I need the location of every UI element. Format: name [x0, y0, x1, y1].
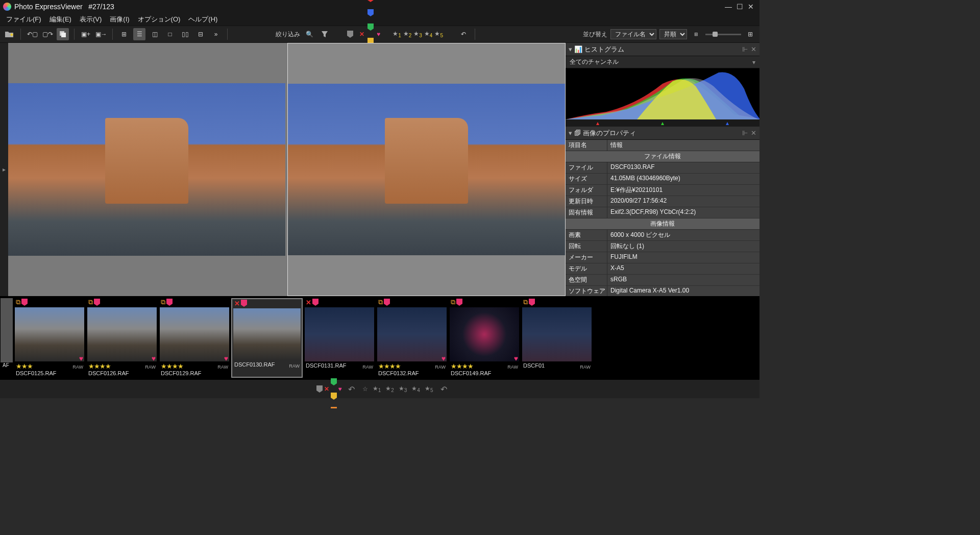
- view-single-button[interactable]: □: [164, 28, 176, 40]
- clear-tag-icon[interactable]: [344, 28, 356, 40]
- color-tag-2[interactable]: [368, 23, 374, 31]
- thumb-size-small-icon[interactable]: ⊞: [690, 28, 702, 40]
- raw-badge: RAW: [217, 364, 228, 370]
- minimize-button[interactable]: —: [723, 1, 734, 12]
- copy-button[interactable]: [57, 28, 69, 40]
- close-button[interactable]: ✕: [745, 1, 756, 12]
- thumbnail-item[interactable]: ⧉♥★★★★RAWDSCF0149.RAF: [449, 298, 520, 378]
- prop-row-update: 更新日時2020/09/27 17:56:42: [566, 196, 760, 207]
- preview-pane-left[interactable]: [8, 43, 285, 296]
- panel-close-icon[interactable]: ✕: [751, 45, 756, 53]
- heart-filter-icon[interactable]: ♥: [377, 31, 380, 38]
- remove-tag-icon[interactable]: ✕: [359, 31, 364, 38]
- star-rate-5[interactable]: ★5: [425, 385, 433, 393]
- funnel-filter-button[interactable]: [318, 28, 331, 40]
- view-grid-button[interactable]: ⊞: [118, 28, 130, 40]
- undo-button[interactable]: ↶: [457, 28, 470, 40]
- star-rate-0[interactable]: ☆: [362, 385, 368, 393]
- color-tag-0[interactable]: [368, 0, 374, 2]
- panel-close-icon[interactable]: ✕: [751, 129, 756, 137]
- thumbnail-strip[interactable]: AF ⧉♥★★★RAWDSCF0125.RAF⧉♥★★★★RAWDSCF0126…: [0, 296, 760, 380]
- chevron-down-icon: ▾: [752, 59, 755, 66]
- prop-row-maker: メーカーFUJIFILM: [566, 252, 760, 263]
- thumbnail-item[interactable]: ⧉♥★★★★RAWDSCF0132.RAF: [376, 298, 448, 378]
- heart-icon[interactable]: ♥: [338, 385, 342, 393]
- sort-label: 並び替え: [583, 30, 607, 39]
- thumbnail-item[interactable]: ⧉♥★★★★RAWDSCF0126.RAF: [86, 298, 158, 378]
- view-list-button[interactable]: ☰: [133, 28, 145, 40]
- histogram-markers: ▴▴▴: [566, 119, 760, 127]
- thumbnail-partial[interactable]: AF: [1, 298, 13, 378]
- menu-edit[interactable]: 編集(E): [45, 14, 76, 25]
- star-rate-3[interactable]: ★3: [399, 385, 407, 393]
- remove-tag-icon[interactable]: ✕: [324, 385, 329, 393]
- clear-tag-icon[interactable]: [316, 385, 323, 393]
- star-filter-1[interactable]: ★1: [393, 30, 401, 37]
- menu-view[interactable]: 表示(V): [76, 14, 106, 25]
- thumbnail-item[interactable]: ✕RAWDSCF0131.RAF: [304, 298, 375, 378]
- copy-badge-icon: ⧉: [523, 298, 528, 306]
- menu-help[interactable]: ヘルプ(H): [184, 14, 222, 25]
- left-panel-toggle[interactable]: ▸: [0, 43, 8, 296]
- thumbnail-image: [15, 307, 84, 361]
- thumb-size-slider[interactable]: [705, 34, 741, 35]
- menu-image[interactable]: 画像(I): [106, 14, 133, 25]
- color-tag-4[interactable]: [331, 407, 337, 408]
- thumb-size-large-icon[interactable]: ⊞: [744, 28, 756, 40]
- star-filter-5[interactable]: ★5: [434, 30, 443, 37]
- house-badge-icon: [241, 300, 247, 307]
- menu-option[interactable]: オプション(O): [134, 14, 185, 25]
- thumbnail-item[interactable]: ⧉RAWDSCF01: [521, 298, 593, 378]
- color-tag-2[interactable]: [331, 378, 337, 385]
- raw-badge: RAW: [72, 364, 83, 370]
- thumbnail-item[interactable]: ✕RAWDSCF0130.RAF: [231, 298, 303, 378]
- menu-bar: ファイル(F) 編集(E) 表示(V) 画像(I) オプション(O) ヘルプ(H…: [0, 13, 760, 26]
- star-rate-4[interactable]: ★4: [411, 385, 420, 393]
- prop-row-software: ソフトウェアDigital Camera X-A5 Ver1.00: [566, 286, 760, 296]
- undo-button[interactable]: ↶: [348, 384, 355, 394]
- star-filter-4[interactable]: ★4: [424, 30, 433, 37]
- menu-file[interactable]: ファイル(F): [2, 14, 45, 25]
- undo-button[interactable]: ↶: [440, 384, 447, 394]
- sort-order-select[interactable]: 昇順: [659, 29, 687, 39]
- view-more-button[interactable]: »: [210, 28, 222, 40]
- preview-pane-right[interactable]: [287, 43, 566, 296]
- properties-table[interactable]: 項目名情報 ファイル情報 ファイルDSCF0130.RAF サイズ41.05MB…: [566, 140, 760, 296]
- right-panel: ▾ 📊 ヒストグラム ⊩ ✕ 全てのチャンネル▾ ▴▴▴ ▾ 🗐: [566, 43, 760, 296]
- channel-selector[interactable]: 全てのチャンネル▾: [566, 56, 760, 68]
- raw-badge: RAW: [507, 364, 518, 370]
- panel-pin-icon[interactable]: ⊩: [742, 129, 748, 137]
- view-split-v-button[interactable]: ⊟: [194, 28, 207, 40]
- app-title: Photo ExpressViewer #27/123: [14, 3, 114, 11]
- view-compare-button[interactable]: ▯▯: [179, 28, 191, 40]
- search-button[interactable]: 🔍: [303, 28, 315, 40]
- maximize-button[interactable]: ☐: [734, 1, 745, 12]
- preview-area: [8, 43, 566, 296]
- thumbnail-filename: DSCF0125.RAF: [16, 370, 83, 376]
- house-badge-icon: [312, 299, 318, 306]
- thumbnail-item[interactable]: ⧉♥★★★RAWDSCF0125.RAF: [14, 298, 85, 378]
- sort-field-select[interactable]: ファイル名: [610, 29, 656, 39]
- properties-panel-header[interactable]: ▾ 🗐 画像のプロパティ ⊩ ✕: [566, 127, 760, 140]
- add-folder-button[interactable]: [3, 28, 15, 40]
- panel-pin-icon[interactable]: ⊩: [742, 45, 748, 53]
- move-button[interactable]: ▣→: [95, 28, 107, 40]
- heart-icon: ♥: [79, 354, 83, 362]
- prop-row-folder: フォルダE:¥作品¥20210101: [566, 185, 760, 196]
- histogram-icon: 📊: [574, 45, 582, 53]
- house-badge-icon: [21, 299, 28, 306]
- new-folder-button[interactable]: ▣+: [80, 28, 92, 40]
- view-split-h-button[interactable]: ◫: [149, 28, 161, 40]
- house-badge-icon: [94, 299, 100, 306]
- thumbnail-item[interactable]: ⧉♥★★★★RAWDSCF0129.RAF: [159, 298, 230, 378]
- rotate-left-button[interactable]: ↶▢: [26, 28, 38, 40]
- histogram-panel-header[interactable]: ▾ 📊 ヒストグラム ⊩ ✕: [566, 43, 760, 56]
- star-rate-1[interactable]: ★1: [373, 385, 381, 393]
- star-filter-3[interactable]: ★3: [413, 30, 422, 37]
- color-tag-3[interactable]: [331, 393, 337, 400]
- star-filter-2[interactable]: ★2: [403, 30, 412, 37]
- rotate-right-button[interactable]: ▢↷: [41, 28, 54, 40]
- color-tag-1[interactable]: [368, 9, 374, 16]
- star-rate-2[interactable]: ★2: [385, 385, 394, 393]
- copy-badge-icon: ⧉: [451, 298, 455, 306]
